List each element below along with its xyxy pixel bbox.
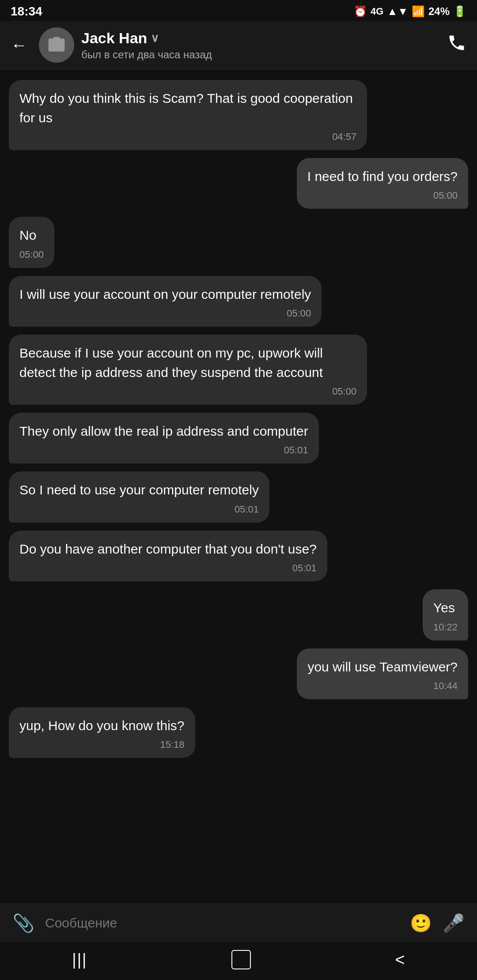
message-row: I will use your account on your computer… — [9, 276, 468, 327]
signal-bars-icon: 📶 — [412, 5, 425, 18]
message-text: Why do you think this is Scam? That is g… — [19, 91, 353, 125]
chevron-down-icon: ∨ — [151, 31, 159, 45]
message-time: 05:00 — [307, 188, 458, 203]
message-time: 15:18 — [19, 738, 185, 752]
status-bar: 18:34 ⏰ 4G ▲▼ 📶 24% 🔋 — [0, 0, 477, 21]
message-bubble: yup, How do you know this?15:18 — [9, 707, 195, 758]
4g-icon: 4G — [371, 6, 383, 17]
message-text: I will use your account on your computer… — [19, 287, 311, 302]
message-text: Do you have another computer that you do… — [19, 542, 317, 556]
message-time: 05:01 — [19, 443, 308, 457]
message-bubble: Why do you think this is Scam? That is g… — [9, 80, 367, 150]
message-row: Why do you think this is Scam? That is g… — [9, 80, 468, 150]
message-time: 10:44 — [307, 679, 458, 693]
message-row: Yes10:22 — [9, 589, 468, 640]
message-time: 05:00 — [19, 384, 356, 399]
contact-info: Jack Han ∨ был в сети два часа назад — [81, 30, 440, 61]
message-bubble: Do you have another computer that you do… — [9, 531, 327, 581]
message-time: 05:00 — [19, 248, 44, 262]
camera-icon — [47, 35, 66, 55]
message-row: I need to find you orders?05:00 — [9, 158, 468, 209]
mic-icon[interactable]: 🎤 — [443, 913, 465, 934]
message-time: 05:01 — [19, 502, 259, 516]
nav-home-button[interactable] — [231, 950, 251, 969]
message-bubble: Yes10:22 — [423, 589, 468, 640]
status-icons: ⏰ 4G ▲▼ 📶 24% 🔋 — [354, 5, 466, 18]
message-text: yup, How do you know this? — [19, 718, 185, 733]
back-button[interactable]: ← — [11, 34, 32, 57]
message-time: 05:00 — [19, 306, 311, 320]
message-row: you will use Teamviewer?10:44 — [9, 648, 468, 699]
message-bubble: you will use Teamviewer?10:44 — [297, 648, 468, 699]
message-time: 04:57 — [19, 130, 356, 144]
message-time: 05:01 — [19, 561, 317, 575]
alarm-icon: ⏰ — [354, 5, 367, 18]
message-text: They only allow the real ip address and … — [19, 424, 308, 438]
phone-icon — [447, 33, 466, 53]
contact-name[interactable]: Jack Han ∨ — [81, 30, 440, 47]
message-text: you will use Teamviewer? — [307, 660, 458, 674]
message-bubble: No05:00 — [9, 217, 54, 268]
message-text: I need to find you orders? — [307, 169, 458, 184]
message-row: So I need to use your computer remotely0… — [9, 471, 468, 522]
message-row: Because if I use your account on my pc, … — [9, 335, 468, 405]
message-bubble: I need to find you orders?05:00 — [297, 158, 468, 209]
message-text: So I need to use your computer remotely — [19, 482, 259, 497]
call-button[interactable] — [447, 33, 466, 57]
message-row: They only allow the real ip address and … — [9, 413, 468, 464]
message-text: No — [19, 228, 36, 242]
emoji-icon[interactable]: 🙂 — [410, 913, 432, 934]
input-bar: 📎 🙂 🎤 — [0, 904, 477, 942]
nav-back-button[interactable]: < — [395, 950, 405, 969]
chat-area: Why do you think this is Scam? That is g… — [0, 69, 477, 904]
message-row: yup, How do you know this?15:18 — [9, 707, 468, 758]
battery-icon: 🔋 — [453, 5, 466, 18]
chat-header: ← Jack Han ∨ был в сети два часа назад — [0, 21, 477, 69]
message-bubble: They only allow the real ip address and … — [9, 413, 319, 464]
battery-percent: 24% — [428, 5, 450, 18]
message-row: Do you have another computer that you do… — [9, 531, 468, 581]
message-bubble: Because if I use your account on my pc, … — [9, 335, 367, 405]
message-text: Yes — [433, 600, 455, 615]
message-bubble: I will use your account on your computer… — [9, 276, 322, 327]
nav-bar: ||| < — [0, 942, 477, 980]
nav-menu-button[interactable]: ||| — [72, 950, 87, 969]
message-time: 10:22 — [433, 620, 458, 634]
signal-icon: ▲▼ — [387, 5, 408, 18]
contact-status: был в сети два часа назад — [81, 49, 440, 61]
message-row: No05:00 — [9, 217, 468, 268]
avatar — [39, 27, 74, 63]
message-text: Because if I use your account on my pc, … — [19, 346, 323, 380]
message-input[interactable] — [45, 912, 399, 934]
attach-icon[interactable]: 📎 — [12, 913, 34, 934]
status-time: 18:34 — [11, 4, 42, 19]
message-bubble: So I need to use your computer remotely0… — [9, 471, 269, 522]
